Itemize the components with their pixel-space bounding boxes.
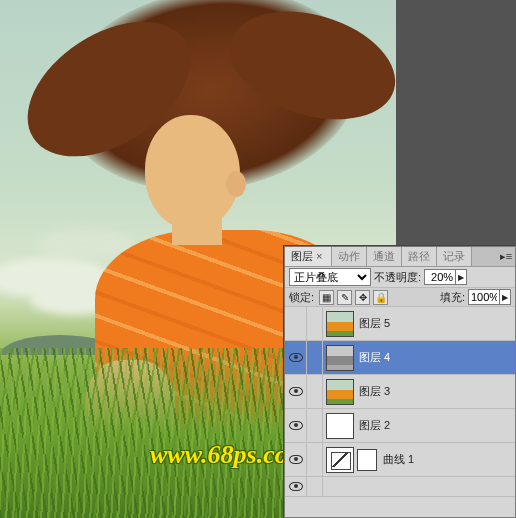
layer-row[interactable]	[285, 477, 515, 497]
layer-mask-thumbnail[interactable]	[357, 449, 377, 471]
eye-icon	[289, 421, 303, 430]
layer-name[interactable]: 图层 4	[357, 350, 515, 365]
layer-row[interactable]: 图层 5	[285, 307, 515, 341]
tab-history[interactable]: 记录	[437, 247, 472, 266]
adjustment-thumbnail[interactable]	[326, 447, 354, 473]
visibility-toggle[interactable]	[285, 375, 307, 409]
lock-position-icon[interactable]: ✥	[355, 290, 370, 305]
layer-thumbnail[interactable]	[326, 413, 354, 439]
layer-thumbnail[interactable]	[326, 311, 354, 337]
eye-icon	[289, 353, 303, 362]
fill-input[interactable]	[469, 291, 499, 303]
opacity-input[interactable]	[425, 271, 455, 283]
lock-transparency-icon[interactable]: ▦	[319, 290, 334, 305]
link-column	[307, 409, 323, 443]
link-column	[307, 307, 323, 341]
layer-row[interactable]: 图层 3	[285, 375, 515, 409]
lock-label: 锁定:	[289, 290, 314, 305]
link-column	[307, 443, 323, 477]
visibility-toggle[interactable]	[285, 409, 307, 443]
layer-row[interactable]: 图层 2	[285, 409, 515, 443]
layer-name[interactable]: 图层 3	[357, 384, 515, 399]
layer-name[interactable]: 图层 5	[357, 316, 515, 331]
visibility-toggle[interactable]	[285, 443, 307, 477]
eye-icon	[289, 387, 303, 396]
link-column	[307, 375, 323, 409]
layer-name[interactable]: 曲线 1	[381, 452, 515, 467]
fill-label: 填充:	[440, 290, 465, 305]
lock-all-icon[interactable]: 🔒	[373, 290, 388, 305]
tab-channels[interactable]: 通道	[367, 247, 402, 266]
eye-icon	[289, 482, 303, 491]
opacity-label: 不透明度:	[374, 270, 421, 285]
tab-layers[interactable]: 图层×	[285, 247, 332, 266]
eye-icon	[289, 455, 303, 464]
visibility-toggle[interactable]	[285, 341, 307, 375]
blend-mode-select[interactable]: 正片叠底	[289, 268, 371, 286]
layer-thumbnail[interactable]	[326, 345, 354, 371]
layer-row[interactable]: 图层 4	[285, 341, 515, 375]
figure-head	[145, 115, 240, 230]
layers-panel: 图层× 动作 通道 路径 记录 ▸≡ 正片叠底 不透明度: ▶ 锁定: ▦ ✎ …	[284, 246, 516, 518]
lock-pixels-icon[interactable]: ✎	[337, 290, 352, 305]
link-column	[307, 477, 323, 497]
tab-paths[interactable]: 路径	[402, 247, 437, 266]
layer-name[interactable]: 图层 2	[357, 418, 515, 433]
tab-actions[interactable]: 动作	[332, 247, 367, 266]
layer-row[interactable]: 曲线 1	[285, 443, 515, 477]
close-icon[interactable]: ×	[316, 250, 322, 262]
panel-tabs: 图层× 动作 通道 路径 记录 ▸≡	[285, 247, 515, 267]
panel-menu-icon[interactable]: ▸≡	[497, 250, 515, 263]
visibility-toggle[interactable]	[285, 477, 307, 497]
chevron-right-icon[interactable]: ▶	[455, 270, 466, 284]
visibility-toggle[interactable]	[285, 307, 307, 341]
chevron-right-icon[interactable]: ▶	[499, 290, 510, 304]
lock-fill-row: 锁定: ▦ ✎ ✥ 🔒 填充: ▶	[285, 287, 515, 307]
layers-list: 图层 5 图层 4 图层 3 图层 2 曲线 1	[285, 307, 515, 497]
link-column	[307, 341, 323, 375]
blend-opacity-row: 正片叠底 不透明度: ▶	[285, 267, 515, 287]
layer-thumbnail[interactable]	[326, 379, 354, 405]
